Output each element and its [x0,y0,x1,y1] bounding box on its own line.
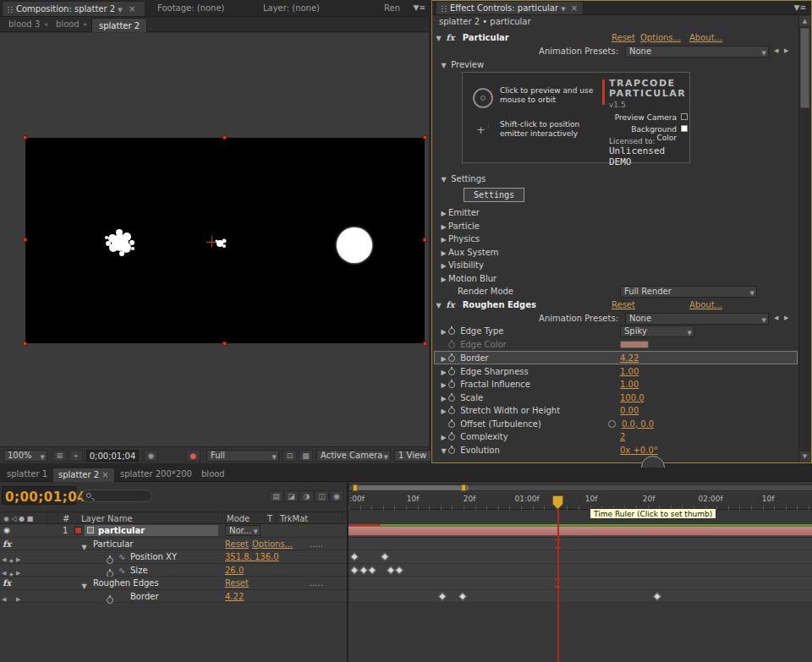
settings-button[interactable]: Settings [464,188,524,202]
twirl-right-icon[interactable]: ▶ [439,247,448,260]
twirl-down-icon[interactable]: ▼ [434,32,443,45]
layer-name[interactable]: particular [98,524,145,538]
tab-effect-controls[interactable]: Effect Controls: particular ▼ × [436,1,584,14]
edge-type-select[interactable]: Spiky▼ [620,326,694,337]
timeline-tab-blood[interactable]: blood [196,468,230,481]
property-label[interactable]: Position XY [130,550,177,564]
keyframe-icon[interactable] [368,566,376,574]
keyframe-icon[interactable] [395,566,403,574]
property-label[interactable]: Size [130,564,148,577]
group-aux-system[interactable]: ▶Aux System [434,246,798,259]
about-link[interactable]: About... [689,31,722,44]
twirl-right-icon[interactable]: ▶ [439,233,448,246]
zoom-select[interactable]: 100%▼ [3,450,47,462]
fx-particular-header[interactable]: ▼ fx Particular Reset Options... About..… [434,31,798,44]
preview-group-header[interactable]: ▼ Preview [434,58,798,71]
emitter-crosshair-icon[interactable] [211,236,212,247]
next-preset-icon[interactable]: ▶ [784,312,788,325]
keyframe-icon[interactable] [381,553,389,561]
keyframe-icon[interactable] [350,566,359,574]
position-value[interactable]: 351.8, 136.0 [225,550,279,564]
twirl-right-icon[interactable]: ▶ [439,273,448,286]
twirl-down-icon[interactable]: ▼ [439,173,448,186]
twirl-right-icon[interactable]: ▶ [439,207,448,220]
selection-handle[interactable] [23,238,27,242]
snapshot-camera-icon[interactable]: ◉ [144,450,158,462]
chevron-down-icon[interactable]: ▼ [118,7,122,14]
effect-group-label[interactable]: Particular [93,538,133,551]
twirl-down-icon[interactable]: ▼ [439,59,448,72]
keyframe-icon[interactable] [359,566,368,574]
stopwatch-icon[interactable] [448,328,455,335]
options-link[interactable]: Options... [640,31,681,44]
twirl-right-icon[interactable]: ▶ [439,392,448,405]
evolution-value[interactable]: 0x +0.0° [620,444,658,457]
scroll-up-icon[interactable]: ▲ [799,16,810,26]
fractal-influence-value[interactable]: 1.00 [620,378,639,391]
reset-link[interactable]: Reset [612,31,635,44]
property-row-border[interactable]: ◀ ▶ Border 4.22 [0,590,347,604]
navigator-end-handle[interactable] [461,484,466,491]
resolution-select[interactable]: Full▼ [206,450,279,462]
view-camera-select[interactable]: Active Camera▼ [316,450,391,462]
stretch-value[interactable]: 0.00 [620,404,639,417]
twirl-right-icon[interactable]: ▶ [439,353,448,365]
time-navigator[interactable] [348,484,812,491]
layer-track[interactable] [348,524,812,538]
selection-handle[interactable] [423,135,427,140]
group-emitter[interactable]: ▶Emitter [434,206,798,219]
close-icon[interactable]: × [102,470,108,479]
size-value[interactable]: 26.0 [225,564,244,577]
reset-link[interactable]: Reset [225,538,249,551]
group-particle[interactable]: ▶Particle [434,220,798,233]
twirl-right-icon[interactable]: ▶ [439,366,448,379]
channels-icon[interactable]: ● [186,450,200,462]
edge-sharpness-value[interactable]: 1.00 [620,365,639,378]
comp-timecode[interactable]: 0;00;01;04 [86,450,139,462]
property-row-position[interactable]: ◀ ◆ ▶ ∿ Position XY 351.8, 136.0 [0,550,347,564]
reset-link[interactable]: Reset [612,298,635,311]
stopwatch-icon[interactable] [448,395,455,402]
panel-menu-icon[interactable]: ▼≡ [414,3,425,12]
scrollbar-thumb[interactable] [800,28,809,108]
view-layout-select[interactable]: 1 View [394,450,431,462]
size-keyframe-track[interactable] [348,564,812,577]
keyframe-icon[interactable] [458,592,467,600]
group-physics[interactable]: ▶Physics [434,233,798,245]
prev-keyframe-icon[interactable]: ◀ [2,594,6,607]
selection-handle[interactable] [222,342,227,346]
viewer-tab-blood3[interactable]: blood 3 [8,17,40,31]
stopwatch-icon[interactable] [448,434,455,440]
render-mode-select[interactable]: Full Render▼ [620,286,757,298]
keyframe-icon[interactable] [438,592,447,600]
next-keyframe-icon[interactable]: ▶ [16,594,20,607]
border-row-selected[interactable]: ▶ Border 4.22 [434,351,798,364]
tab-footage[interactable]: Footage: (none) [152,1,229,16]
twirl-right-icon[interactable]: ▶ [439,405,448,418]
close-icon[interactable]: × [129,4,135,14]
tab-layer[interactable]: Layer: (none) [258,1,325,16]
tab-render-queue[interactable]: Ren [379,1,405,16]
navigator-start-handle[interactable] [353,484,358,491]
stopwatch-icon[interactable] [448,447,455,454]
timeline-tab-splatter200[interactable]: splatter 200*200 [115,468,197,481]
region-of-interest-icon[interactable]: ⊡ [283,450,297,462]
next-preset-icon[interactable]: ▶ [784,45,788,57]
selection-handle[interactable] [222,135,227,140]
property-row-size[interactable]: ◀ ◆ ▶ ∿ Size 26.0 [0,564,347,577]
viewer-tab-splatter2[interactable]: splatter 2 [91,18,147,32]
twirl-right-icon[interactable]: ▶ [439,260,448,272]
comp-frame[interactable] [25,138,425,343]
twirl-down-icon[interactable]: ▼ [434,299,443,312]
stopwatch-icon[interactable] [448,369,455,375]
twirl-right-icon[interactable]: ▶ [439,221,448,233]
offset-value[interactable]: 0.0, 0.0 [622,418,654,430]
mask-visibility-icon[interactable]: ⌖ [69,450,83,462]
grid-guides-icon[interactable]: ⊞ [52,450,67,462]
layer-duration-bar[interactable] [348,526,812,536]
group-visibility[interactable]: ▶Visibility [434,259,798,271]
particular-preview-box[interactable]: Click to preview and use mouse to orbit … [462,72,690,163]
graph-icon[interactable]: ∿ [118,550,125,564]
draft-3d-icon[interactable]: ◪ [284,490,299,502]
stopwatch-icon[interactable] [448,381,455,388]
